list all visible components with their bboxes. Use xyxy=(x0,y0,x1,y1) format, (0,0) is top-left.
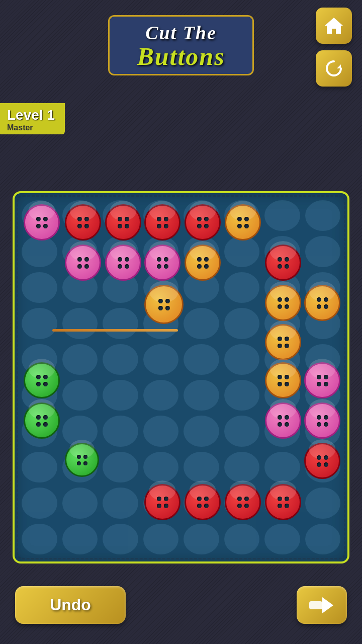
svg-marker-1 xyxy=(337,64,341,68)
button-green-r5c1[interactable] xyxy=(24,362,60,398)
button-red-r1c5[interactable] xyxy=(185,204,221,240)
button-red-r9c4[interactable] xyxy=(144,484,180,520)
level-info: Level 1 Master xyxy=(0,103,65,134)
button-green-r7c2[interactable] xyxy=(65,443,99,477)
home-button[interactable] xyxy=(316,8,352,44)
button-pink-r2c2[interactable] xyxy=(65,245,101,281)
button-orange-r1c6[interactable] xyxy=(225,204,261,240)
button-orange-r3c7[interactable] xyxy=(265,285,301,321)
home-icon xyxy=(323,15,345,37)
button-pink-r1c1[interactable] xyxy=(24,204,60,240)
level-rank: Master xyxy=(7,123,55,132)
button-pink-r6c8[interactable] xyxy=(304,403,340,439)
button-orange-r2c5[interactable] xyxy=(185,245,221,281)
button-red-r9c7[interactable] xyxy=(265,484,301,520)
restart-icon xyxy=(323,57,345,79)
button-red-r9c5[interactable] xyxy=(185,484,221,520)
button-pink-r2c4[interactable] xyxy=(144,245,180,281)
button-red-r7c8[interactable] xyxy=(304,443,340,479)
level-number: Level 1 xyxy=(7,107,55,123)
button-red-r1c4[interactable] xyxy=(144,204,180,240)
rope-line xyxy=(52,329,178,332)
button-pink-r6c7[interactable] xyxy=(265,403,301,439)
game-board xyxy=(13,191,349,564)
undo-label: Undo xyxy=(50,596,91,614)
button-green-r6c1[interactable] xyxy=(24,403,60,439)
button-pink-r2c3[interactable] xyxy=(105,245,141,281)
title-line1: Cut The xyxy=(125,22,237,44)
button-red-r9c6[interactable] xyxy=(225,484,261,520)
button-pink-r5c8[interactable] xyxy=(304,362,340,398)
button-orange-r4c7[interactable] xyxy=(265,324,301,360)
svg-marker-3 xyxy=(322,597,333,613)
title-banner: Cut The Buttons xyxy=(108,15,254,75)
title-line2: Buttons xyxy=(125,44,237,69)
undo-button[interactable]: Undo xyxy=(15,586,126,624)
svg-marker-0 xyxy=(325,18,343,34)
button-red-r2c7[interactable] xyxy=(265,245,301,281)
button-orange-center[interactable] xyxy=(144,285,184,324)
svg-rect-2 xyxy=(309,601,322,609)
next-icon xyxy=(308,595,335,615)
button-red-r1c2[interactable] xyxy=(65,204,101,240)
restart-button[interactable] xyxy=(316,50,352,87)
button-orange-r5c7[interactable] xyxy=(265,362,301,398)
button-orange-r3c8[interactable] xyxy=(304,285,340,321)
next-button[interactable] xyxy=(297,586,347,624)
button-red-r1c3[interactable] xyxy=(105,204,141,240)
